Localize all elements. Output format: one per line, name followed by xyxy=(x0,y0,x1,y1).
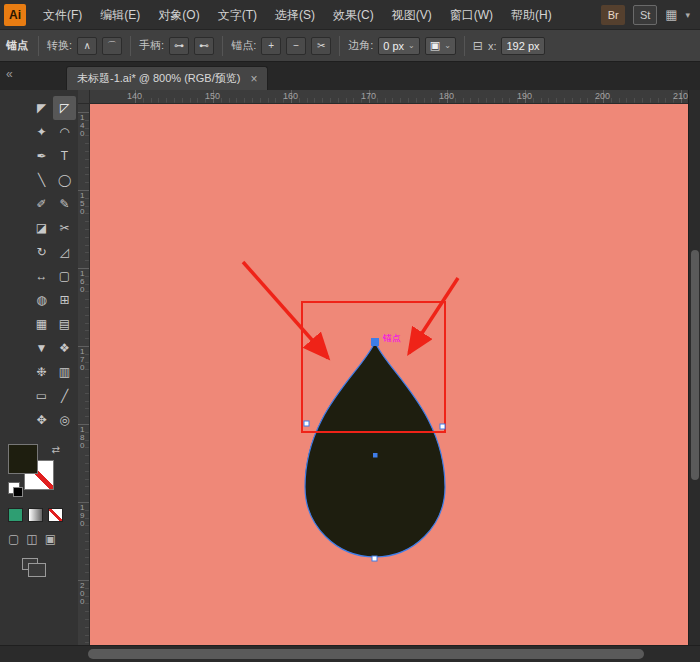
vertical-ruler[interactable]: 1 4 0 1 5 0 1 6 0 1 7 0 1 8 0 1 9 0 2 0 … xyxy=(78,104,90,645)
stock-badge[interactable]: St xyxy=(633,5,657,25)
ruler-label: 180 xyxy=(439,91,454,101)
type-tool[interactable]: T xyxy=(53,144,76,168)
normal-screen-mode-icon[interactable]: ▢ xyxy=(8,532,19,546)
x-position-value: 192 px xyxy=(506,40,539,52)
fill-stroke-widget: ⇄ xyxy=(8,444,60,494)
dimension-icon: ⊟ xyxy=(473,39,483,53)
cut-path-button[interactable]: ✂ xyxy=(311,37,331,55)
collapse-panel-icon[interactable]: « xyxy=(6,67,13,81)
free-transform-tool[interactable]: ▢ xyxy=(53,264,76,288)
perspective-grid-tool[interactable]: ⊞ xyxy=(53,288,76,312)
lasso-tool[interactable]: ◠ xyxy=(53,120,76,144)
gradient-button[interactable] xyxy=(28,508,43,522)
gradient-tool[interactable]: ▤ xyxy=(53,312,76,336)
workspace-chevron-icon[interactable]: ▾ xyxy=(685,10,690,20)
menu-effect[interactable]: 效果(C) xyxy=(324,0,383,30)
blend-tool[interactable]: ❖ xyxy=(53,336,76,360)
direct-selection-tool[interactable]: ◸ xyxy=(53,96,76,120)
align-dropdown[interactable]: ▣ ⌄ xyxy=(425,37,456,55)
x-label: x: xyxy=(488,40,497,52)
ruler-label: 140 xyxy=(127,91,142,101)
menu-select[interactable]: 选择(S) xyxy=(266,0,324,30)
document-tab[interactable]: 未标题-1.ai* @ 800% (RGB/预览) × xyxy=(66,66,268,90)
menu-file[interactable]: 文件(F) xyxy=(34,0,91,30)
shape-builder-tool[interactable]: ◍ xyxy=(30,288,53,312)
show-handles-button[interactable]: ⊶ xyxy=(169,37,189,55)
none-button[interactable] xyxy=(48,508,63,522)
menu-type[interactable]: 文字(T) xyxy=(209,0,266,30)
teardrop-shape[interactable] xyxy=(305,342,445,557)
anchor-point-apex[interactable] xyxy=(372,339,379,346)
corner-radius-field[interactable]: 0 px ⌄ xyxy=(378,37,420,55)
hide-handles-button[interactable]: ⊷ xyxy=(194,37,214,55)
eyedropper-tool[interactable]: ▼ xyxy=(30,336,53,360)
bridge-button[interactable]: Br xyxy=(601,5,625,25)
anchor-point-bottom[interactable] xyxy=(372,556,377,561)
anchor-point-left[interactable] xyxy=(304,421,309,426)
menu-view[interactable]: 视图(V) xyxy=(383,0,441,30)
menu-edit[interactable]: 编辑(E) xyxy=(91,0,149,30)
horizontal-scrollbar-thumb[interactable] xyxy=(88,649,644,659)
convert-to-smooth-button[interactable]: ⌒ xyxy=(102,37,122,55)
ruler-label: 1 9 0 xyxy=(80,504,84,528)
paintbrush-tool[interactable]: ✐ xyxy=(30,192,53,216)
full-screen-icon[interactable]: ▣ xyxy=(45,532,56,546)
corner-radius-value: 0 px xyxy=(383,40,404,52)
separator xyxy=(339,36,340,56)
ruler-label: 210 xyxy=(673,91,688,101)
menu-object[interactable]: 对象(O) xyxy=(149,0,208,30)
color-button[interactable] xyxy=(8,508,23,522)
zoom-tool[interactable]: ◎ xyxy=(53,408,76,432)
artwork-layer: 锚点 xyxy=(90,104,688,645)
tool-grid: ◤ ◸ ✦ ◠ ✒ T ╲ ◯ ✐ ✎ ◪ ✂ ↻ ◿ ↔ ▢ ◍ ⊞ ▦ ▤ … xyxy=(30,96,76,432)
selection-tool[interactable]: ◤ xyxy=(30,96,53,120)
artboard-tool[interactable]: ▭ xyxy=(30,384,53,408)
swap-fill-stroke-icon[interactable]: ⇄ xyxy=(52,444,60,455)
ellipse-tool[interactable]: ◯ xyxy=(53,168,76,192)
anchor-point-right[interactable] xyxy=(440,424,445,429)
menu-bar: Ai 文件(F) 编辑(E) 对象(O) 文字(T) 选择(S) 效果(C) 视… xyxy=(0,0,700,30)
close-icon[interactable]: × xyxy=(250,72,257,86)
pencil-tool[interactable]: ✎ xyxy=(53,192,76,216)
center-point-marker xyxy=(373,453,378,458)
default-fill-stroke-icon[interactable] xyxy=(8,482,20,494)
slice-tool[interactable]: ╱ xyxy=(53,384,76,408)
corner-label: 边角: xyxy=(348,38,373,53)
full-screen-with-menu-icon[interactable]: ◫ xyxy=(26,532,37,546)
symbol-sprayer-tool[interactable]: ❉ xyxy=(30,360,53,384)
magic-wand-tool[interactable]: ✦ xyxy=(30,120,53,144)
width-tool[interactable]: ↔ xyxy=(30,264,53,288)
annotation-arrow-left xyxy=(243,262,328,358)
scissors-tool[interactable]: ✂ xyxy=(53,216,76,240)
column-graph-tool[interactable]: ▥ xyxy=(53,360,76,384)
horizontal-ruler[interactable]: 140 150 160 170 180 190 200 210 xyxy=(90,90,688,104)
x-position-field[interactable]: 192 px xyxy=(501,37,544,55)
menu-help[interactable]: 帮助(H) xyxy=(502,0,561,30)
smart-guide-label: 锚点 xyxy=(382,333,401,343)
vertical-scrollbar-thumb[interactable] xyxy=(691,250,699,480)
convert-to-corner-button[interactable]: ∧ xyxy=(77,37,97,55)
pen-tool[interactable]: ✒ xyxy=(30,144,53,168)
separator xyxy=(464,36,465,56)
scale-tool[interactable]: ◿ xyxy=(53,240,76,264)
convert-label: 转换: xyxy=(47,38,72,53)
overlapping-rectangles-icon[interactable] xyxy=(22,558,38,570)
chevron-down-icon: ⌄ xyxy=(444,41,451,50)
menu-window[interactable]: 窗口(W) xyxy=(441,0,502,30)
rotate-tool[interactable]: ↻ xyxy=(30,240,53,264)
fill-swatch[interactable] xyxy=(8,444,38,474)
workspace-switcher-icon[interactable]: ▦ xyxy=(665,7,677,22)
add-anchor-button[interactable]: + xyxy=(261,37,281,55)
hand-tool[interactable]: ✥ xyxy=(30,408,53,432)
vertical-scrollbar[interactable] xyxy=(688,90,700,645)
eraser-tool[interactable]: ◪ xyxy=(30,216,53,240)
remove-anchor-button[interactable]: − xyxy=(286,37,306,55)
mesh-tool[interactable]: ▦ xyxy=(30,312,53,336)
horizontal-scrollbar[interactable] xyxy=(0,645,700,662)
ruler-corner[interactable] xyxy=(78,90,90,104)
artboard-canvas[interactable]: 锚点 xyxy=(90,104,688,645)
line-segment-tool[interactable]: ╲ xyxy=(30,168,53,192)
control-bar: 锚点 转换: ∧ ⌒ 手柄: ⊶ ⊷ 锚点: + − ✂ 边角: 0 px ⌄ … xyxy=(0,30,700,62)
controlbar-title: 锚点 xyxy=(6,38,28,53)
annotation-arrow-right xyxy=(409,278,458,353)
